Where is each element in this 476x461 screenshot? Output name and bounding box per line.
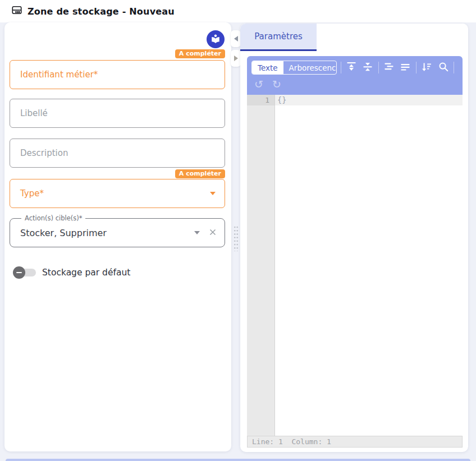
splitter-grip[interactable] (234, 225, 239, 251)
chevron-down-icon (194, 231, 200, 234)
default-storage-toggle[interactable] (15, 269, 36, 276)
search-icon (438, 61, 449, 74)
undo-button[interactable]: ↺ (251, 77, 266, 91)
description-input[interactable] (10, 139, 225, 167)
collapse-icon (362, 61, 373, 74)
clear-icon[interactable] (209, 228, 217, 238)
line-number-gutter: 1 (247, 95, 275, 436)
expand-all-button[interactable] (345, 60, 358, 75)
libelle-input[interactable] (10, 99, 225, 127)
triangle-right-icon (234, 56, 238, 61)
toolbar-divider (341, 62, 341, 73)
redo-icon: ↻ (272, 79, 281, 90)
storage-icon (12, 5, 22, 17)
chevron-down-icon (210, 192, 216, 195)
tab-parametres[interactable]: Paramètres (240, 24, 317, 49)
app-header: Zone de stockage - Nouveau (0, 0, 476, 22)
identifiant-input[interactable] (10, 61, 225, 89)
compact-icon (400, 61, 411, 74)
collapse-all-button[interactable] (361, 60, 374, 75)
undo-icon: ↺ (254, 79, 263, 90)
status-badge: A compléter (175, 169, 225, 178)
actions-cibles-select[interactable]: Action(s) cible(s)* Stocker, Supprimer (10, 218, 225, 247)
toolbar-divider (454, 62, 454, 73)
redo-button[interactable]: ↻ (269, 77, 284, 91)
actions-cibles-value: Stocker, Supprimer (20, 228, 194, 238)
code-content[interactable]: {} (275, 95, 463, 436)
description-field-wrap (10, 139, 225, 168)
json-editor: Texte Arborescence (247, 56, 463, 448)
type-select[interactable]: Type* (10, 179, 225, 208)
code-area[interactable]: 1 {} (247, 95, 463, 436)
tab-active-underline (240, 49, 317, 51)
expand-right-button[interactable] (231, 50, 241, 67)
compact-json-button[interactable] (399, 60, 412, 75)
libelle-field-wrap (10, 99, 225, 128)
type-placeholder: Type* (20, 188, 44, 199)
form-panel: A compléter A compléter Type* Action(s) … (4, 22, 231, 451)
mode-texte-button[interactable]: Texte (252, 61, 283, 74)
toolbar-divider (416, 62, 417, 73)
editor-mode-group: Texte Arborescence (251, 61, 337, 75)
format-json-button[interactable] (383, 60, 396, 75)
reader-button[interactable] (207, 30, 225, 48)
parameters-panel: Paramètres Texte Arborescence (240, 24, 468, 452)
expand-icon (346, 61, 357, 74)
bottom-panel-edge (6, 459, 470, 461)
toolbar-divider (378, 62, 379, 73)
page-title: Zone de stockage - Nouveau (28, 6, 175, 17)
collapse-left-button[interactable] (231, 30, 241, 47)
triangle-left-icon (234, 36, 238, 42)
status-badge: A compléter (175, 49, 225, 58)
sort-icon (421, 61, 432, 74)
identifiant-field-wrap (10, 60, 225, 89)
mode-arborescence-button[interactable]: Arborescence (283, 61, 337, 74)
sort-button[interactable] (420, 60, 433, 75)
default-storage-toggle-row: Stockage par défaut (15, 268, 130, 278)
local-library-icon (210, 34, 221, 45)
tab-bar: Paramètres (240, 24, 468, 51)
search-button[interactable] (437, 60, 450, 75)
json-editor-toolbar: Texte Arborescence (247, 56, 463, 95)
default-storage-label: Stockage par défaut (42, 268, 130, 278)
actions-cibles-label: Action(s) cible(s)* (21, 214, 85, 222)
code-line: {} (275, 95, 463, 105)
toggle-minus-icon (13, 266, 25, 279)
editor-status-bar: Line: 1 Column: 1 (247, 436, 463, 448)
line-number: 1 (247, 95, 274, 105)
format-icon (383, 61, 395, 74)
